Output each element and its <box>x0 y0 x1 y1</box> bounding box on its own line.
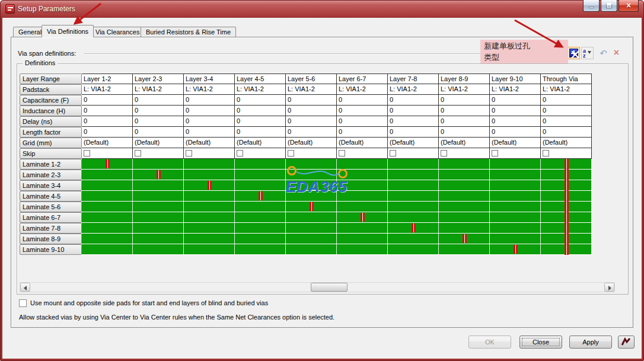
corner-tool-button[interactable] <box>618 336 635 349</box>
skip-checkbox[interactable] <box>135 150 141 156</box>
grid-cell[interactable]: 0 <box>388 95 439 106</box>
grid-cell[interactable]: L: VIA1-2 <box>388 84 439 95</box>
grid-cell[interactable]: 0 <box>235 127 286 138</box>
row-header[interactable]: Capacitance (F) <box>20 95 82 106</box>
grid-cell[interactable]: 0 <box>541 116 592 127</box>
grid-cell[interactable]: 0 <box>337 95 388 106</box>
skip-cell[interactable] <box>286 148 337 159</box>
grid-cell[interactable]: Layer 1-2 <box>82 74 133 84</box>
minimize-button[interactable] <box>583 0 600 12</box>
grid-cell[interactable]: (Default) <box>133 138 184 148</box>
skip-cell[interactable] <box>439 148 490 159</box>
grid-cell[interactable]: 0 <box>286 127 337 138</box>
row-header[interactable]: Delay (ns) <box>20 116 82 127</box>
row-header[interactable]: Padstack <box>20 84 82 95</box>
laminate-row-header[interactable]: Laminate 4-5 <box>20 191 82 202</box>
grid-cell[interactable]: (Default) <box>490 138 541 148</box>
skip-cell[interactable] <box>133 148 184 159</box>
grid-cell[interactable]: (Default) <box>388 138 439 148</box>
scrollbar-thumb[interactable] <box>311 283 347 292</box>
via-span-row[interactable] <box>82 234 592 244</box>
apply-button[interactable]: Apply <box>569 336 612 349</box>
delete-button[interactable]: × <box>610 47 623 59</box>
via-span-row[interactable] <box>82 212 592 223</box>
via-marker[interactable] <box>514 245 518 254</box>
grid-cell[interactable]: (Default) <box>235 138 286 148</box>
skip-cell[interactable] <box>184 148 235 159</box>
grid-cell[interactable]: L: VIA1-2 <box>490 84 541 95</box>
grid-cell[interactable]: 0 <box>439 106 490 116</box>
grid-cell[interactable]: 0 <box>235 106 286 116</box>
grid-cell[interactable]: L: VIA1-2 <box>286 84 337 95</box>
via-marker[interactable] <box>310 202 314 211</box>
grid-cell[interactable]: 0 <box>184 95 235 106</box>
grid-cell[interactable]: 0 <box>133 127 184 138</box>
grid-cell[interactable]: Layer 6-7 <box>337 74 388 84</box>
grid-cell[interactable]: 0 <box>82 95 133 106</box>
via-span-row[interactable] <box>82 202 592 212</box>
grid-cell[interactable]: (Default) <box>286 138 337 148</box>
grid-cell[interactable]: (Default) <box>184 138 235 148</box>
laminate-row-header[interactable]: Laminate 2-3 <box>20 170 82 180</box>
scroll-right-button[interactable] <box>604 283 614 292</box>
grid-cell[interactable]: 0 <box>82 127 133 138</box>
via-span-row[interactable] <box>82 159 592 170</box>
via-marker[interactable] <box>106 159 110 168</box>
via-marker[interactable] <box>157 170 161 179</box>
grid-cell[interactable]: 0 <box>388 116 439 127</box>
grid-cell[interactable]: (Default) <box>82 138 133 148</box>
grid-cell[interactable]: L: VIA1-2 <box>439 84 490 95</box>
grid-cell[interactable]: 0 <box>133 95 184 106</box>
grid-cell[interactable]: Layer 5-6 <box>286 74 337 84</box>
tab-buried-resistors[interactable]: Buried Resistors & Rise Time <box>141 27 236 37</box>
tab-via-clearances[interactable]: Via Clearances <box>90 27 145 37</box>
new-via-type-button[interactable] <box>568 47 580 59</box>
maximize-button[interactable] <box>601 0 617 12</box>
grid-cell[interactable]: 0 <box>490 95 541 106</box>
skip-checkbox[interactable] <box>339 150 345 156</box>
via-marker[interactable] <box>412 223 416 232</box>
laminate-row-header[interactable]: Laminate 5-6 <box>20 202 82 212</box>
grid-cell[interactable]: (Default) <box>541 138 592 148</box>
skip-cell[interactable] <box>337 148 388 159</box>
grid-cell[interactable]: 0 <box>490 127 541 138</box>
grid-cell[interactable]: Layer 3-4 <box>184 74 235 84</box>
skip-checkbox[interactable] <box>492 150 498 156</box>
grid-cell[interactable]: 0 <box>286 106 337 116</box>
skip-cell[interactable] <box>82 148 133 159</box>
skip-checkbox[interactable] <box>390 150 396 156</box>
skip-cell[interactable] <box>388 148 439 159</box>
grid-cell[interactable]: Through Via <box>541 74 592 84</box>
grid-cell[interactable]: L: VIA1-2 <box>337 84 388 95</box>
grid-cell[interactable]: 0 <box>133 116 184 127</box>
grid-cell[interactable]: 0 <box>541 127 592 138</box>
grid-cell[interactable]: L: VIA1-2 <box>235 84 286 95</box>
grid-cell[interactable]: 0 <box>337 106 388 116</box>
via-span-row[interactable] <box>82 180 592 191</box>
via-marker[interactable] <box>361 213 365 222</box>
grid-cell[interactable]: 0 <box>235 95 286 106</box>
row-header[interactable]: Inductance (H) <box>20 106 82 116</box>
grid-cell[interactable]: L: VIA1-2 <box>184 84 235 95</box>
mount-pads-checkbox[interactable] <box>19 299 27 307</box>
grid-cell[interactable]: 0 <box>439 116 490 127</box>
horizontal-scrollbar[interactable] <box>20 282 615 292</box>
grid-cell[interactable]: 0 <box>490 106 541 116</box>
grid-cell[interactable]: 0 <box>184 106 235 116</box>
grid-cell[interactable]: (Default) <box>337 138 388 148</box>
grid-cell[interactable]: 0 <box>133 106 184 116</box>
grid-cell[interactable]: 0 <box>235 116 286 127</box>
grid-cell[interactable]: Layer 7-8 <box>388 74 439 84</box>
grid-cell[interactable]: L: VIA1-2 <box>133 84 184 95</box>
close-window-button[interactable]: × <box>619 0 639 12</box>
skip-checkbox[interactable] <box>186 150 192 156</box>
laminate-row-header[interactable]: Laminate 6-7 <box>20 212 82 223</box>
skip-cell[interactable] <box>235 148 286 159</box>
grid-cell[interactable]: 0 <box>82 116 133 127</box>
grid-cell[interactable]: 0 <box>541 106 592 116</box>
grid-cell[interactable]: L: VIA1-2 <box>541 84 592 95</box>
grid-cell[interactable]: 0 <box>439 95 490 106</box>
grid-cell[interactable]: 0 <box>388 106 439 116</box>
grid-cell[interactable]: 0 <box>286 116 337 127</box>
grid-cell[interactable]: L: VIA1-2 <box>82 84 133 95</box>
